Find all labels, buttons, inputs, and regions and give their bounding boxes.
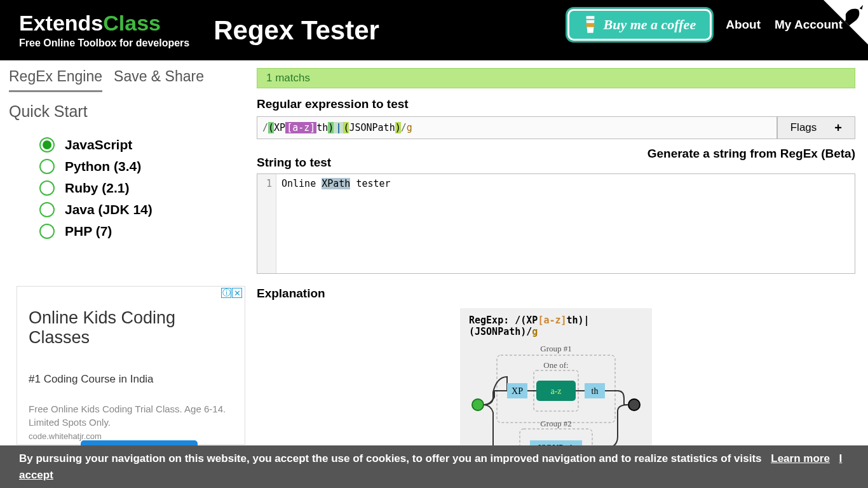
- svg-text:One of:: One of:: [543, 360, 568, 370]
- ad-url: code.whitehatjr.com: [29, 431, 233, 441]
- tab-regex-engine[interactable]: RegEx Engine: [9, 68, 102, 92]
- learn-more-link[interactable]: Learn more: [771, 452, 830, 464]
- ad-close-icon[interactable]: ✕: [232, 288, 242, 298]
- engine-java[interactable]: Java (JDK 14): [39, 202, 257, 217]
- svg-rect-1: [586, 23, 594, 27]
- ad-title: Online Kids Coding Classes: [29, 308, 233, 348]
- page-title: Regex Tester: [214, 15, 379, 46]
- radio-icon: [39, 224, 55, 239]
- ad-subtitle: #1 Coding Course in India: [29, 373, 233, 386]
- coffee-label: Buy me a coffee: [604, 17, 696, 33]
- brand-prefix: Extends: [19, 11, 103, 35]
- engine-ruby[interactable]: Ruby (2.1): [39, 180, 257, 196]
- test-label: String to test: [257, 156, 331, 170]
- radio-icon: [39, 137, 55, 152]
- plus-icon: +: [834, 121, 842, 135]
- radio-icon: [39, 180, 55, 196]
- quick-start-heading: Quick Start: [9, 102, 257, 121]
- radio-icon: [39, 159, 55, 174]
- sidebar: RegEx Engine Save & Share Quick Start Ja…: [9, 68, 257, 488]
- brand[interactable]: ExtendsClass Free Online Toolbox for dev…: [19, 12, 189, 49]
- engine-php[interactable]: PHP (7): [39, 224, 257, 239]
- start-node: [472, 399, 484, 410]
- svg-text:XP: XP: [512, 386, 523, 396]
- test-string-input[interactable]: 1 Online XPath tester: [257, 173, 855, 274]
- ad-info-icon[interactable]: ⓘ: [221, 288, 231, 298]
- match-status: 1 matchs: [257, 68, 855, 88]
- brand-suffix: Class: [103, 11, 161, 35]
- regex-input[interactable]: /(XP[a-z]th)|(JSONPath)/g: [257, 116, 777, 139]
- radio-icon: [39, 202, 55, 217]
- engine-list: JavaScript Python (3.4) Ruby (2.1) Java …: [9, 137, 257, 239]
- match-highlight: XPath: [322, 178, 350, 189]
- main: 1 matchs Regular expression to test /(XP…: [257, 68, 868, 488]
- about-link[interactable]: About: [726, 18, 761, 32]
- svg-text:th: th: [592, 386, 599, 396]
- header: ExtendsClass Free Online Toolbox for dev…: [0, 0, 868, 60]
- line-gutter: 1: [257, 174, 276, 273]
- engine-javascript[interactable]: JavaScript: [39, 137, 257, 152]
- ad-desc2: Limited Spots Only.: [29, 417, 233, 428]
- svg-text:Group #2: Group #2: [540, 419, 571, 428]
- generate-link[interactable]: Generate a string from RegEx (Beta): [648, 147, 855, 170]
- engine-python[interactable]: Python (3.4): [39, 159, 257, 174]
- end-node: [628, 399, 640, 410]
- brand-subtitle: Free Online Toolbox for developers: [19, 37, 189, 49]
- cookie-banner: By pursuing your navigation on this webs…: [0, 445, 868, 488]
- flags-button[interactable]: Flags +: [777, 116, 855, 139]
- svg-text:Group #1: Group #1: [540, 344, 571, 353]
- buy-coffee-button[interactable]: Buy me a coffee: [567, 9, 712, 41]
- explanation-label: Explanation: [257, 287, 855, 301]
- coffee-cup-icon: [583, 16, 597, 34]
- svg-rect-0: [586, 16, 594, 19]
- ad-desc1: Free Online Kids Coding Trial Class. Age…: [29, 403, 233, 414]
- regex-label: Regular expression to test: [257, 97, 855, 111]
- ad-card[interactable]: ⓘ✕ Online Kids Coding Classes #1 Coding …: [17, 286, 245, 445]
- svg-text:a-z: a-z: [550, 386, 561, 396]
- account-link[interactable]: My Account: [775, 18, 843, 32]
- tab-save-share[interactable]: Save & Share: [114, 68, 204, 92]
